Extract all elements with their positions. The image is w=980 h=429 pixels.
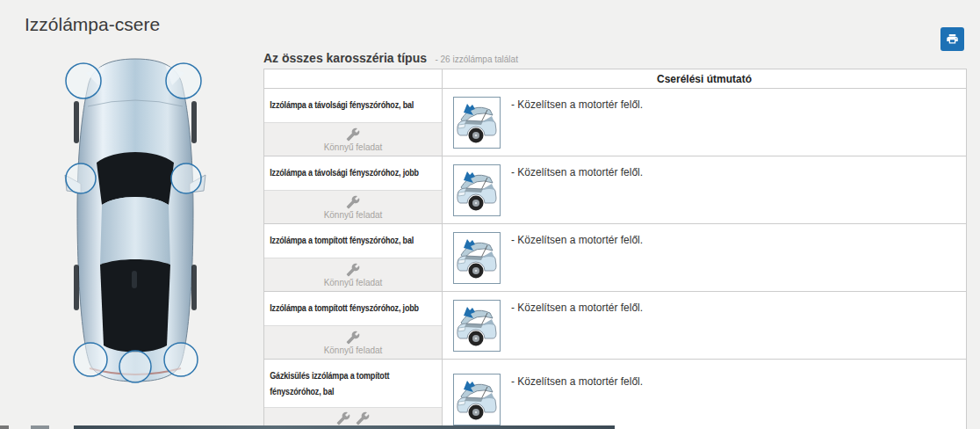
print-button[interactable] (940, 27, 964, 51)
bulb-guide-table: Cserélési útmutató Izzólámpa a távolsági… (263, 69, 967, 429)
guide-thumbnail[interactable] (453, 164, 501, 216)
car-top-view-illustration (61, 54, 209, 385)
difficulty-badge: Könnyű feladat (264, 258, 442, 291)
car-open-hood-icon (455, 166, 499, 214)
bulb-cell: Izzólámpa a távolsági fényszóróhoz, bal … (264, 89, 443, 156)
hotspot-rear-left-lamp[interactable] (74, 343, 107, 376)
guide-cell: - Közelítsen a motortér felől. (443, 224, 967, 292)
car-open-hood-icon (455, 98, 499, 147)
wrench-icons (346, 127, 360, 142)
wrench-icon (356, 411, 370, 425)
car-open-hood-icon (455, 234, 499, 282)
difficulty-label: Könnyű feladat (324, 345, 383, 355)
guide-instruction: - Közelítsen a motortér felől. (511, 98, 643, 111)
guide-cell: - Közelítsen a motortér felől. (443, 89, 967, 156)
guide-instruction: - Közelítsen a motortér felől. (511, 234, 643, 246)
hotspot-rear-right-lamp[interactable] (164, 343, 198, 376)
hotspot-mirror-left-lamp[interactable] (66, 164, 96, 193)
table-header-guide: Cserélési útmutató (443, 69, 967, 89)
hotspot-front-right-lamp[interactable] (166, 63, 201, 98)
bulb-title: Gázkisülés izzólámpa a tompított fényszó… (264, 360, 440, 407)
guide-instruction: - Közelítsen a motortér felől. (511, 166, 643, 178)
bulb-title: Izzólámpa a tompított fényszóróhoz, jobb (264, 292, 440, 325)
wrench-icon (336, 411, 350, 425)
results-count: - 26 izzólámpa találat (435, 55, 518, 64)
wrench-icons (346, 263, 360, 277)
results-heading: Az összes karosszéria típus (263, 51, 427, 65)
wrench-icon (346, 127, 360, 142)
results-header: Az összes karosszéria típus - 26 izzólám… (263, 50, 518, 66)
bulb-title: Izzólámpa a távolsági fényszóróhoz, bal (264, 89, 440, 122)
table-row[interactable]: Izzólámpa a távolsági fényszóróhoz, jobb… (264, 156, 967, 224)
guide-instruction: - Közelítsen a motortér felől. (511, 375, 643, 388)
difficulty-label: Könnyű feladat (324, 142, 383, 152)
hotspot-mirror-right-lamp[interactable] (171, 164, 201, 193)
guide-instruction: - Közelítsen a motortér felől. (511, 302, 643, 314)
table-row[interactable]: Izzólámpa a tompított fényszóróhoz, jobb… (264, 292, 967, 360)
guide-cell: - Közelítsen a motortér felől. (443, 360, 967, 429)
table-row[interactable]: Gázkisülés izzólámpa a tompított fényszó… (264, 360, 967, 429)
bulb-cell: Izzólámpa a távolsági fényszóróhoz, jobb… (264, 156, 443, 224)
bulb-title: Izzólámpa a tompított fényszóróhoz, bal (264, 224, 440, 258)
wrench-icons (346, 195, 360, 209)
difficulty-badge: Könnyű feladat (264, 122, 442, 156)
bulb-title: Izzólámpa a távolsági fényszóróhoz, jobb (264, 156, 440, 190)
difficulty-label: Könnyű feladat (324, 210, 383, 220)
guide-thumbnail[interactable] (453, 300, 501, 352)
wrench-icon (346, 331, 360, 345)
car-body (65, 59, 205, 382)
wrench-icons (346, 331, 360, 345)
table-row[interactable]: Izzólámpa a távolsági fényszóróhoz, bal … (264, 89, 967, 156)
guide-thumbnail[interactable] (453, 97, 501, 149)
wrench-icons (336, 411, 370, 425)
guide-thumbnail[interactable] (453, 374, 501, 425)
footer-edge (0, 425, 615, 429)
bulb-cell: Izzólámpa a tompított fényszóróhoz, jobb… (264, 292, 443, 360)
table-header-empty-cell (264, 69, 443, 89)
car-open-hood-icon (455, 302, 499, 350)
guide-cell: - Közelítsen a motortér felől. (443, 292, 967, 360)
wrench-icon (346, 263, 360, 277)
difficulty-badge: Könnyű feladat (264, 325, 442, 359)
table-row[interactable]: Izzólámpa a tompított fényszóróhoz, bal … (264, 224, 967, 292)
page-title: Izzólámpa-csere (25, 14, 160, 35)
printer-icon (946, 33, 959, 46)
guide-cell: - Közelítsen a motortér felől. (443, 156, 967, 224)
hotspot-front-left-lamp[interactable] (66, 63, 101, 98)
hotspot-rear-center-lamp[interactable] (119, 351, 151, 382)
difficulty-badge: Könnyű feladat (264, 190, 442, 223)
guide-thumbnail[interactable] (453, 232, 501, 284)
wrench-icon (346, 195, 360, 209)
bulb-cell: Izzólámpa a tompított fényszóróhoz, bal … (264, 224, 443, 292)
difficulty-label: Könnyű feladat (324, 278, 383, 287)
car-open-hood-icon (455, 375, 499, 424)
bulb-cell: Gázkisülés izzólámpa a tompított fényszó… (264, 360, 443, 429)
